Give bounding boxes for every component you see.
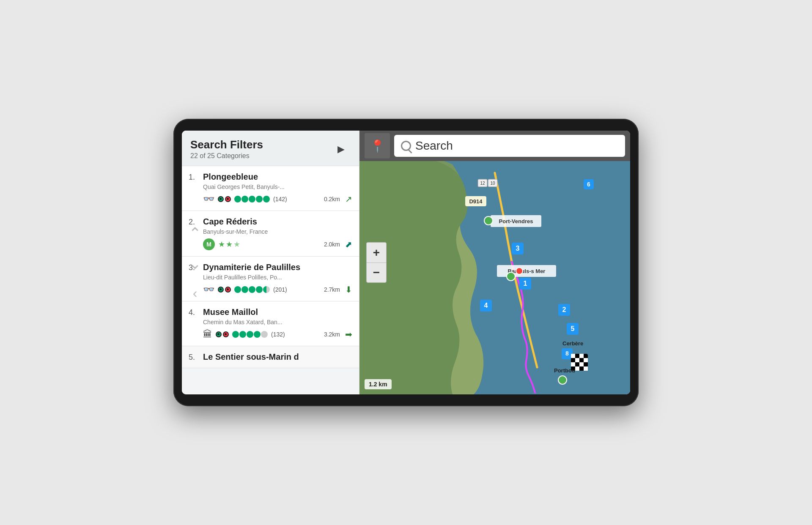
svg-rect-33 <box>584 366 588 371</box>
result-number-1: 1. <box>189 173 199 182</box>
direction-arrow-4: ➡ <box>345 329 352 339</box>
map-zoom-controls: + − <box>366 242 387 283</box>
svg-point-35 <box>558 376 567 384</box>
result-item-4[interactable]: 4. Musee Maillol Chemin du Mas Xatard, B… <box>182 301 359 346</box>
result-meta-1: 👓 <box>203 194 352 205</box>
result-item-1[interactable]: 1. Plongeebleue Quai Georges Petit, Bany… <box>182 166 359 211</box>
result-meta-4: 🏛 <box>203 329 352 340</box>
direction-arrow-3: ⬇ <box>345 284 352 295</box>
svg-point-12 <box>516 268 523 274</box>
map-scale-indicator: 1.2 km <box>365 379 392 389</box>
result-address-2: Banyuls-sur-Mer, France <box>203 228 352 235</box>
distance-4: 3.2km <box>324 331 340 338</box>
zoom-out-button[interactable]: − <box>366 262 387 283</box>
svg-rect-26 <box>571 354 575 358</box>
result-name-4: Musee Maillol <box>203 307 258 317</box>
device-frame: GARMIN ⌃ ⌄ ‹ Search Filters 22 of 25 Cat… <box>173 119 639 406</box>
svg-text:4: 4 <box>484 302 488 309</box>
svg-rect-29 <box>584 358 588 362</box>
svg-rect-31 <box>579 362 584 366</box>
result-address-3: Lieu-dit Paulilles Polilles, Po... <box>203 274 352 281</box>
result-meta-3: 👓 <box>203 284 352 295</box>
result-name-5: Le Sentier sous-Marin d <box>203 352 299 362</box>
result-name-2: Cape Réderis <box>203 217 257 227</box>
svg-text:Port-Vendres: Port-Vendres <box>499 218 533 224</box>
svg-text:D914: D914 <box>469 198 483 205</box>
review-count-1: (142) <box>273 196 287 202</box>
svg-text:6: 6 <box>587 181 590 188</box>
location-pin-icon: 📍 <box>370 139 385 153</box>
map-svg: D914 Port-Vendres 3 6 Banyuls-s Mer <box>359 131 630 394</box>
result-item-2[interactable]: 2. Cape Réderis Banyuls-sur-Mer, France … <box>182 211 359 257</box>
svg-text:12: 12 <box>480 181 485 186</box>
binoculars-icon-3: 👓 <box>203 284 214 295</box>
tripadvisor-icon-1 <box>218 196 231 202</box>
svg-text:10: 10 <box>490 181 495 186</box>
panel-header: Search Filters 22 of 25 Categories ▶ <box>182 131 359 166</box>
distance-3: 2.7km <box>324 286 340 293</box>
direction-arrow-2: ⬈ <box>345 239 352 249</box>
result-name-1: Plongeebleue <box>203 172 258 182</box>
dots-rating-4 <box>232 331 268 338</box>
svg-rect-30 <box>571 362 575 366</box>
search-bar[interactable]: Search <box>394 135 625 157</box>
svg-text:8: 8 <box>565 350 569 357</box>
search-input-label[interactable]: Search <box>415 139 453 153</box>
direction-arrow-1: ↗ <box>345 194 352 204</box>
scroll-down-button[interactable]: ⌄ <box>189 255 201 273</box>
search-icon <box>401 141 411 151</box>
michelin-icon-2: M <box>203 238 215 250</box>
map-top-bar: 📍 Search <box>359 131 630 161</box>
tripadvisor-icon-3 <box>218 287 231 293</box>
svg-text:1: 1 <box>524 280 527 287</box>
tripadvisor-icon-4 <box>216 331 229 337</box>
dots-rating-1 <box>234 196 270 202</box>
review-count-3: (201) <box>273 286 287 293</box>
next-button[interactable]: ▶ <box>331 139 351 159</box>
museum-icon-4: 🏛 <box>203 329 212 340</box>
result-number-5: 5. <box>189 353 199 362</box>
svg-rect-32 <box>575 366 579 371</box>
screen: Search Filters 22 of 25 Categories ▶ 1. … <box>182 131 630 394</box>
left-panel: Search Filters 22 of 25 Categories ▶ 1. … <box>182 131 359 394</box>
result-number-4: 4. <box>189 308 199 317</box>
distance-2: 2.0km <box>324 241 340 248</box>
svg-text:5: 5 <box>571 325 575 332</box>
result-address-1: Quai Georges Petit, Banyuls-... <box>203 183 352 190</box>
svg-rect-27 <box>579 354 584 358</box>
svg-text:3: 3 <box>516 245 520 252</box>
result-item-3[interactable]: 3. Dynamiterie de Paulilles Lieu-dit Pau… <box>182 257 359 301</box>
svg-point-15 <box>507 272 515 281</box>
results-list: 1. Plongeebleue Quai Georges Petit, Bany… <box>182 166 359 394</box>
result-item-5[interactable]: 5. Le Sentier sous-Marin d <box>182 346 359 368</box>
result-meta-2: M ★ ★ ★ 2.0km ⬈ <box>203 238 352 250</box>
svg-text:Cerbère: Cerbère <box>562 340 583 347</box>
svg-text:Portbou: Portbou <box>554 367 575 374</box>
result-name-3: Dynamiterie de Paulilles <box>203 262 300 272</box>
review-count-4: (132) <box>271 331 285 338</box>
map-panel: D914 Port-Vendres 3 6 Banyuls-s Mer <box>359 131 630 394</box>
svg-text:2: 2 <box>562 306 566 313</box>
zoom-in-button[interactable]: + <box>366 242 387 262</box>
dots-rating-3 <box>234 286 270 293</box>
svg-point-5 <box>484 216 493 225</box>
distance-1: 0.2km <box>324 196 340 202</box>
back-button[interactable]: ‹ <box>193 285 198 301</box>
location-button[interactable]: 📍 <box>365 133 390 159</box>
scroll-up-button[interactable]: ⌃ <box>189 224 201 242</box>
panel-title: Search Filters <box>190 138 263 151</box>
stars-rating-2: ★ ★ ★ <box>218 240 240 249</box>
panel-subtitle: 22 of 25 Categories <box>190 152 263 160</box>
svg-rect-28 <box>575 358 579 362</box>
binoculars-icon-1: 👓 <box>203 194 214 205</box>
result-address-4: Chemin du Mas Xatard, Ban... <box>203 319 352 325</box>
